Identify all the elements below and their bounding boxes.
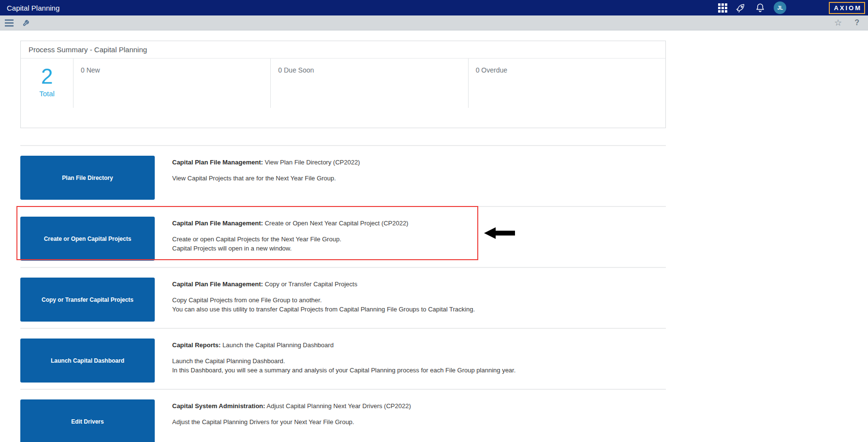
help-icon[interactable]: ? (854, 19, 859, 27)
process-summary-card: Process Summary - Capital Planning 2 Tot… (20, 41, 666, 128)
action-detail-line: Adjust the Capital Planning Drivers for … (172, 417, 411, 427)
action-detail-line: Launch the Capital Planning Dashboard. (172, 356, 515, 366)
summary-total-column: 2 Total (21, 59, 73, 128)
summary-stat-overdue: 0 Overdue (468, 59, 665, 128)
action-detail-line: Copy Capital Projects from one File Grou… (172, 295, 475, 305)
pointer-arrow-icon (483, 227, 516, 241)
action-detail-line: You can also use this utility to transfe… (172, 305, 475, 314)
action-title-line: Capital Plan File Management: Create or … (172, 219, 408, 228)
app-title: Capital Planning (7, 4, 59, 12)
action-category: Capital Plan File Management: (172, 280, 263, 288)
summary-stat-due-soon: 0 Due Soon (270, 59, 468, 128)
action-category: Capital Reports: (172, 341, 221, 349)
edit-drivers-button[interactable]: Edit Drivers (20, 399, 155, 442)
action-list: Plan File Directory Capital Plan File Ma… (20, 145, 666, 442)
action-description: Capital Plan File Management: View Plan … (172, 156, 360, 183)
action-title: Adjust Capital Planning Next Year Driver… (266, 402, 411, 410)
process-summary-body: 2 Total 0 New 0 Due Soon 0 Overdue (21, 59, 665, 128)
action-title-line: Capital Plan File Management: Copy or Tr… (172, 280, 475, 289)
action-description: Capital Plan File Management: Create or … (172, 217, 408, 253)
action-detail-line: Capital Projects will open in a new wind… (172, 244, 408, 253)
axiom-logo: AXIOM (829, 2, 865, 14)
plan-file-directory-button[interactable]: Plan File Directory (20, 156, 155, 200)
apps-grid-icon[interactable] (718, 3, 727, 13)
action-title-line: Capital Plan File Management: View Plan … (172, 158, 360, 167)
create-or-open-capital-projects-button[interactable]: Create or Open Capital Projects (20, 217, 155, 261)
action-description: Capital Reports: Launch the Capital Plan… (172, 339, 515, 375)
action-title: Create or Open Next Year Capital Project… (265, 220, 408, 227)
action-detail-line: Create or open Capital Projects for the … (172, 235, 408, 244)
action-description: Capital System Administration: Adjust Ca… (172, 399, 411, 427)
header-actions: JL AXIOM (718, 0, 865, 15)
toolbar: ☆ ? (0, 15, 868, 30)
action-title-line: Capital Reports: Launch the Capital Plan… (172, 340, 515, 350)
action-detail-line: View Capital Projects that are for the N… (172, 174, 360, 183)
action-category: Capital Plan File Management: (172, 159, 263, 166)
main-content: Process Summary - Capital Planning 2 Tot… (0, 30, 868, 442)
action-title: Copy or Transfer Capital Projects (265, 280, 357, 288)
summary-total-label: Total (39, 89, 55, 98)
action-row-launch-capital-dashboard: Launch Capital Dashboard Capital Reports… (20, 328, 666, 389)
action-description: Capital Plan File Management: Copy or Tr… (172, 278, 475, 314)
action-category: Capital System Administration: (172, 402, 265, 410)
action-title: Launch the Capital Planning Dashboard (222, 341, 334, 349)
menu-icon[interactable] (5, 19, 14, 27)
wrench-icon[interactable] (22, 18, 31, 27)
action-title-line: Capital System Administration: Adjust Ca… (172, 401, 411, 411)
copy-or-transfer-capital-projects-button[interactable]: Copy or Transfer Capital Projects (20, 278, 155, 322)
action-row-create-or-open-capital-projects: Create or Open Capital Projects Capital … (20, 206, 666, 267)
bell-icon[interactable] (754, 2, 766, 14)
app-header: Capital Planning JL AXIOM (0, 0, 868, 15)
action-row-plan-file-directory: Plan File Directory Capital Plan File Ma… (20, 145, 666, 206)
toolbar-right: ☆ ? (834, 18, 859, 27)
action-title: View Plan File Directory (CP2022) (265, 159, 360, 166)
favorite-star-icon[interactable]: ☆ (834, 18, 842, 27)
user-avatar[interactable]: JL (774, 1, 786, 14)
summary-stat-new: 0 New (73, 59, 270, 128)
launch-capital-dashboard-button[interactable]: Launch Capital Dashboard (20, 339, 155, 383)
action-row-edit-drivers: Edit Drivers Capital System Administrati… (20, 389, 666, 442)
action-row-copy-or-transfer-capital-projects: Copy or Transfer Capital Projects Capita… (20, 267, 666, 328)
action-detail-line: In this Dashboard, you will see a summar… (172, 366, 515, 375)
rocket-icon[interactable] (735, 2, 747, 14)
process-summary-title: Process Summary - Capital Planning (21, 41, 665, 59)
summary-total-value: 2 (41, 65, 53, 88)
action-category: Capital Plan File Management: (172, 220, 263, 227)
